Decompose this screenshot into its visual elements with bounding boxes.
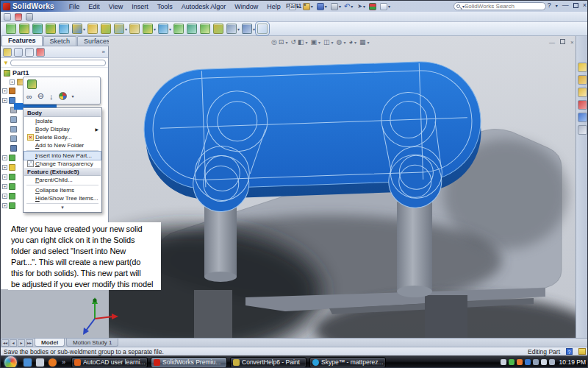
design-library-icon[interactable] — [578, 75, 587, 85]
menu-item-isolate[interactable]: Isolate — [24, 117, 101, 125]
previous-view-icon[interactable]: ↺ — [290, 38, 296, 46]
boundary-boss-icon[interactable] — [59, 24, 69, 34]
menu-item-add-to-new-folder[interactable]: Add to New Folder — [24, 141, 101, 149]
dimxpertmanager-tab-icon[interactable] — [36, 48, 45, 57]
draft-icon[interactable] — [173, 24, 184, 34]
close-button[interactable]: × — [583, 1, 587, 9]
network-tray-icon[interactable] — [541, 359, 547, 365]
print-caret-icon[interactable]: ▾ — [339, 4, 341, 9]
expander-icon[interactable]: + — [2, 184, 7, 189]
menu-item-delete-body[interactable]: ✕ Delete Body... — [24, 133, 101, 141]
lofted-boss-icon[interactable] — [46, 24, 56, 34]
undo-caret-icon[interactable]: ▾ — [351, 4, 353, 9]
doc-close-button[interactable]: × — [570, 39, 574, 46]
taskbar-button-autocad[interactable]: AutoCAD user learni... — [71, 357, 148, 368]
doc-minimize-button[interactable]: — — [549, 39, 555, 46]
expander-icon[interactable]: + — [2, 155, 7, 160]
orange-tray-icon[interactable] — [517, 359, 523, 365]
shell-icon[interactable] — [187, 24, 197, 34]
taskbar-button-solidworks[interactable]: SolidWorks Premiu... — [151, 357, 227, 368]
edit-appearance-caret-icon[interactable]: ▾ — [354, 40, 356, 45]
graphics-area[interactable] — [109, 36, 576, 338]
menu-item-parent-child[interactable]: Parent/Child... — [24, 176, 101, 184]
expander-icon[interactable]: + — [2, 194, 7, 199]
undo-icon[interactable]: ↶ — [344, 2, 350, 10]
zoom-fit-icon[interactable]: ◎ — [271, 38, 277, 46]
options-caret-icon[interactable]: ▾ — [388, 4, 390, 9]
help-caret-icon[interactable]: ▾ — [556, 3, 558, 8]
panel-overflow-icon[interactable]: » — [102, 49, 105, 55]
revolved-boss-icon[interactable] — [19, 24, 29, 34]
appearances-scenes-icon[interactable] — [578, 113, 587, 122]
simulation-tool-icon[interactable] — [15, 13, 22, 21]
hide-show-body-icon[interactable]: ∞ — [26, 92, 32, 101]
maximize-button[interactable] — [573, 3, 578, 8]
lofted-cut-icon[interactable] — [129, 24, 140, 34]
expander-icon[interactable]: + — [10, 79, 15, 85]
green-shield-tray-icon[interactable] — [509, 359, 514, 365]
instant3d-icon[interactable] — [257, 24, 268, 34]
globe-tray-icon[interactable] — [533, 359, 539, 365]
tab-model[interactable]: Model — [35, 339, 65, 347]
section-view-caret-icon[interactable]: ▾ — [305, 40, 307, 45]
view-palette-icon[interactable] — [578, 100, 587, 110]
reference-geometry-caret-icon[interactable]: ▾ — [237, 26, 240, 32]
tab-scroll-last-icon[interactable]: ▸▸ — [26, 339, 33, 347]
revolved-cut-icon[interactable] — [101, 24, 111, 34]
algor-tool-icon[interactable] — [4, 13, 11, 21]
tree-filter-input[interactable] — [10, 60, 106, 66]
linear-pattern-caret-icon[interactable]: ▾ — [169, 26, 171, 32]
help-button[interactable]: ? — [548, 1, 551, 9]
menu-help[interactable]: Help — [262, 2, 285, 11]
solidworks-resources-icon[interactable] — [578, 63, 587, 72]
firefox-icon[interactable] — [49, 358, 57, 367]
extruded-cut-icon[interactable] — [72, 24, 82, 34]
hole-wizard-icon[interactable] — [87, 24, 98, 34]
move-triad-icon[interactable]: ↓ — [49, 92, 54, 101]
taskbar-button-paint[interactable]: ConvertHelp6 - Paint — [230, 357, 306, 368]
rebuild-stoplight-icon[interactable] — [369, 3, 376, 10]
doc-restore-button[interactable] — [560, 39, 565, 44]
expander-icon[interactable]: + — [2, 88, 7, 93]
volume-tray-icon[interactable] — [549, 359, 555, 365]
section-view-icon[interactable]: ◧ — [298, 38, 304, 46]
appearances-icon[interactable] — [59, 92, 67, 100]
expander-icon[interactable]: + — [2, 98, 7, 103]
swept-cut-caret-icon[interactable]: ▾ — [125, 26, 127, 32]
zoom-area-icon[interactable]: ⊡ — [279, 38, 284, 46]
expander-icon[interactable]: + — [2, 203, 7, 208]
swept-boss-icon[interactable] — [32, 24, 43, 34]
display-style-icon[interactable]: ◫ — [323, 38, 330, 46]
linear-pattern-icon[interactable] — [158, 24, 168, 34]
menu-item-body-display[interactable]: Body Display ▶ — [24, 125, 101, 133]
extruded-boss-icon[interactable] — [6, 24, 16, 34]
menu-window[interactable]: Window — [230, 2, 262, 11]
menu-expand-chevron-icon[interactable]: ▾ — [24, 205, 101, 211]
hide-show-items-caret-icon[interactable]: ▾ — [343, 40, 345, 45]
minimize-button[interactable]: — — [562, 1, 569, 9]
apply-scene-caret-icon[interactable]: ▾ — [367, 40, 369, 45]
search-input[interactable] — [465, 3, 538, 10]
fillet-icon[interactable] — [143, 24, 153, 34]
menu-tools[interactable]: Tools — [153, 2, 177, 11]
edit-appearance-icon[interactable]: ◕ — [348, 38, 352, 46]
reference-geometry-icon[interactable] — [226, 24, 237, 34]
menu-item-change-transparency[interactable]: Change Transparency — [24, 160, 101, 168]
tab-features[interactable]: Features — [1, 35, 43, 46]
select-caret-icon[interactable]: ▾ — [363, 4, 365, 9]
open-caret-icon[interactable]: ▾ — [311, 4, 313, 9]
swept-cut-icon[interactable] — [114, 24, 124, 34]
windows-explorer-icon[interactable] — [36, 358, 44, 367]
menu-file[interactable]: File — [65, 2, 85, 11]
extruded-cut-caret-icon[interactable]: ▾ — [83, 26, 85, 32]
tab-motion-study-1[interactable]: Motion Study 1 — [66, 339, 118, 347]
save-caret-icon[interactable]: ▾ — [325, 4, 327, 9]
expander-icon[interactable]: + — [2, 165, 7, 170]
solidworks-search[interactable]: ▾ — [453, 2, 546, 10]
motion-tool-icon[interactable] — [26, 13, 33, 21]
wrap-icon[interactable] — [213, 24, 223, 34]
curves-caret-icon[interactable]: ▾ — [253, 26, 255, 32]
menu-item-hide-show-tree-items[interactable]: Hide/Show Tree Items... — [24, 194, 101, 202]
featuremanager-tab-icon[interactable] — [3, 48, 12, 57]
taskbar-overflow-icon[interactable]: » — [62, 358, 65, 366]
